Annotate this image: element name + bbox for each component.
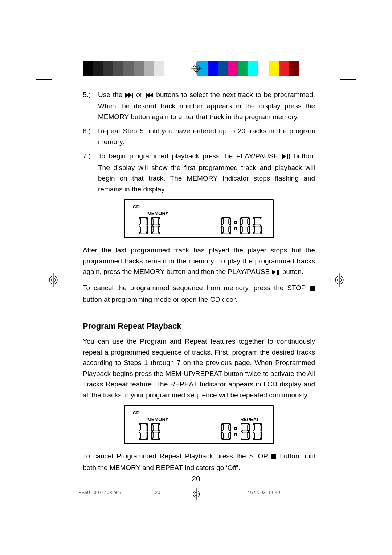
svg-rect-19	[146, 93, 147, 98]
color-swatch	[248, 61, 258, 76]
lcd-digits	[131, 217, 266, 234]
svg-rect-30	[310, 286, 315, 291]
footer-date: 14/7/2003, 11:40	[245, 490, 280, 495]
svg-marker-21	[150, 93, 153, 98]
svg-rect-31	[235, 427, 237, 429]
step-text: To begin programmed playback press the P…	[98, 151, 315, 194]
color-swatch	[269, 61, 279, 76]
paragraph: You can use the Program and Repeat featu…	[83, 336, 315, 400]
page: 5.) Use the or buttons to select the nex…	[0, 0, 392, 555]
lcd-repeat-label: REPEAT	[240, 417, 259, 422]
step-number: 5.)	[83, 89, 98, 122]
text: button.	[282, 268, 303, 275]
svg-rect-25	[235, 221, 237, 223]
svg-marker-16	[125, 93, 128, 98]
rewind-icon	[145, 90, 153, 101]
registration-mark-icon	[46, 273, 60, 287]
crop-mark	[335, 59, 335, 75]
svg-marker-27	[272, 270, 276, 275]
text: To cancel the programmed sequence from m…	[83, 284, 309, 292]
footer-filename: ES50_ib071403.p65	[78, 490, 121, 495]
color-swatch	[289, 61, 299, 76]
crop-mark	[340, 501, 356, 501]
lcd-digits	[131, 423, 266, 440]
color-swatch	[258, 61, 269, 76]
stop-icon	[310, 283, 315, 294]
svg-rect-24	[289, 154, 290, 159]
color-swatch	[83, 61, 93, 76]
lcd-display-2: CD MEMORY REPEAT	[124, 405, 274, 444]
color-swatch	[123, 61, 134, 76]
stop-icon	[271, 451, 276, 462]
color-swatch	[103, 61, 113, 76]
text: or	[136, 91, 145, 98]
lcd-cd-label: CD	[133, 204, 266, 210]
step-number: 7.)	[83, 151, 98, 194]
svg-rect-26	[235, 228, 237, 230]
svg-rect-29	[278, 270, 279, 275]
registration-mark-icon	[332, 273, 346, 287]
crop-mark	[36, 501, 52, 501]
svg-marker-20	[147, 93, 150, 98]
list-item: 6.) Repeat Step 5 until you have entered…	[83, 126, 315, 147]
crop-mark	[57, 59, 57, 75]
color-swatch	[144, 61, 154, 76]
color-swatch	[154, 61, 164, 76]
svg-rect-28	[277, 270, 278, 275]
color-swatch	[93, 61, 103, 76]
text: To begin programmed playback press the P…	[98, 152, 282, 160]
crop-mark	[340, 79, 356, 80]
fast-forward-icon	[125, 90, 133, 101]
paragraph: To cancel the programmed sequence from m…	[83, 283, 315, 305]
text: button at programming mode or open the C…	[83, 296, 237, 303]
crop-mark	[335, 506, 335, 522]
lcd-display-1: CD MEMORY	[124, 199, 274, 238]
svg-rect-18	[132, 93, 133, 98]
page-number: 20	[0, 474, 392, 483]
color-swatch	[279, 61, 289, 76]
paragraph: After the last programmed track has play…	[83, 245, 315, 278]
svg-rect-32	[235, 434, 237, 436]
lcd-memory-label: MEMORY	[147, 417, 168, 422]
play-pause-icon	[282, 151, 290, 162]
text: Use the	[98, 91, 125, 98]
footer-pagenum: 20	[155, 490, 160, 495]
step-list: 5.) Use the or buttons to select the nex…	[83, 89, 315, 194]
svg-rect-33	[271, 454, 276, 459]
play-pause-icon	[272, 267, 280, 278]
lcd-memory-label: MEMORY	[147, 211, 168, 216]
color-swatch	[134, 61, 144, 76]
svg-rect-23	[287, 154, 288, 159]
text: After the last programmed track has play…	[83, 246, 315, 275]
color-swatch	[208, 61, 218, 76]
text: To cancel Programmed Repeat Playback pre…	[83, 452, 271, 460]
color-swatch	[113, 61, 123, 76]
step-text: Repeat Step 5 until you have entered up …	[98, 126, 315, 147]
step-text: Use the or buttons to select the next tr…	[98, 89, 315, 122]
list-item: 7.) To begin programmed playback press t…	[83, 151, 315, 194]
svg-marker-22	[282, 154, 286, 159]
color-swatch	[218, 61, 228, 76]
paragraph: To cancel Programmed Repeat Playback pre…	[83, 451, 315, 473]
color-swatch	[238, 61, 248, 76]
page-content: 5.) Use the or buttons to select the nex…	[83, 89, 315, 478]
registration-mark-icon	[191, 62, 202, 74]
registration-mark-icon	[191, 488, 202, 500]
lcd-labels: CD MEMORY	[131, 204, 266, 216]
step-number: 6.)	[83, 126, 98, 147]
lcd-cd-label: CD	[133, 410, 266, 416]
list-item: 5.) Use the or buttons to select the nex…	[83, 89, 315, 122]
svg-marker-17	[128, 93, 132, 98]
section-heading: Program Repeat Playback	[83, 321, 315, 331]
color-swatch	[228, 61, 238, 76]
lcd-labels: CD MEMORY REPEAT	[131, 410, 266, 422]
crop-mark	[36, 79, 52, 80]
crop-mark	[57, 506, 57, 522]
